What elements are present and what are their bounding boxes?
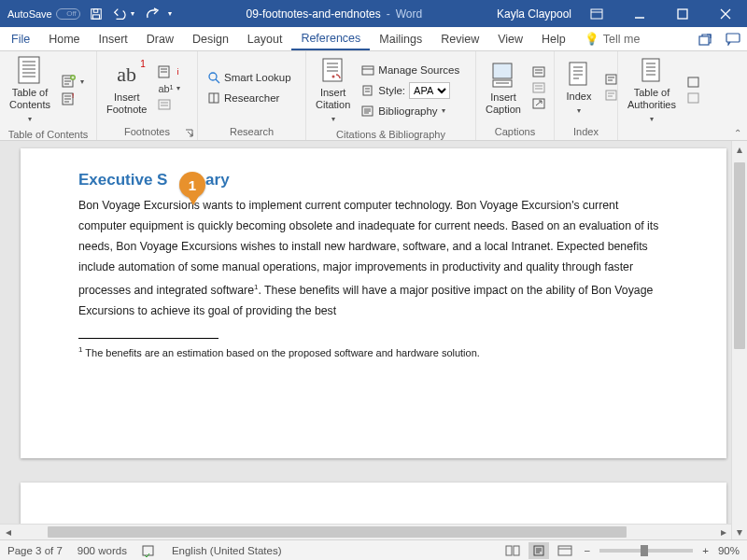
svg-rect-42 — [143, 546, 153, 555]
zoom-in-button[interactable]: + — [698, 545, 712, 556]
zoom-slider-thumb[interactable] — [641, 545, 648, 556]
table-of-authorities-button[interactable]: Table of Authorities ▾ — [624, 53, 680, 127]
update-authorities-button[interactable] — [685, 91, 702, 105]
redo-button[interactable] — [144, 7, 159, 21]
chevron-down-icon: ▾ — [331, 113, 335, 125]
status-language[interactable]: English (United States) — [172, 545, 282, 556]
svg-rect-2 — [92, 14, 99, 18]
callout-marker-1: 1 — [179, 172, 207, 207]
scroll-up-button[interactable]: ▴ — [732, 141, 747, 157]
tab-layout[interactable]: Layout — [238, 27, 292, 50]
svg-rect-31 — [493, 63, 512, 78]
svg-point-22 — [209, 73, 217, 80]
tab-mailings[interactable]: Mailings — [370, 27, 431, 50]
zoom-level[interactable]: 90% — [718, 545, 740, 556]
vertical-scrollbar[interactable]: ▴ ▾ — [731, 141, 747, 539]
status-word-count[interactable]: 900 words — [78, 545, 127, 556]
svg-rect-3 — [591, 9, 602, 19]
svg-rect-33 — [533, 67, 544, 77]
footnotes-dialog-launcher[interactable] — [184, 128, 194, 138]
svg-rect-40 — [688, 77, 698, 87]
update-table-button[interactable]: ! — [60, 91, 86, 106]
comments-button[interactable] — [719, 33, 747, 46]
tell-me[interactable]: 💡 Tell me — [575, 27, 650, 50]
tab-view[interactable]: View — [488, 27, 532, 50]
collapse-ribbon-button[interactable]: ⌃ — [734, 128, 741, 138]
researcher-button[interactable]: Researcher — [205, 91, 293, 105]
scroll-thumb-vertical[interactable] — [734, 162, 745, 349]
scroll-thumb-horizontal[interactable] — [48, 526, 627, 538]
tab-home[interactable]: Home — [39, 27, 89, 50]
undo-button[interactable]: ▾ — [112, 7, 134, 21]
ribbon: Table of Contents ▾ ▾ ! Table of Content… — [0, 51, 747, 141]
tab-file[interactable]: File — [2, 27, 39, 50]
toc-icon — [15, 55, 45, 85]
group-authorities: Table of Authorities ▾ — [618, 51, 710, 140]
maximize-button[interactable] — [661, 0, 704, 27]
sources-icon — [361, 64, 374, 76]
mark-citation-button[interactable] — [685, 76, 702, 89]
tab-insert[interactable]: Insert — [90, 27, 137, 50]
ribbon-tabs: File Home Insert Draw Design Layout Refe… — [0, 27, 747, 51]
group-label-captions: Captions — [476, 123, 554, 140]
tab-design[interactable]: Design — [183, 27, 238, 50]
group-captions: Insert Caption Captions — [476, 51, 555, 140]
add-text-button[interactable]: ▾ — [60, 74, 86, 89]
show-notes-button[interactable] — [156, 98, 182, 111]
status-bar: Page 3 of 7 900 words English (United St… — [0, 539, 747, 560]
window-title: 09-footnotes-and-endnotes - Word — [172, 7, 497, 21]
caption-icon — [488, 60, 518, 90]
user-name: Kayla Claypool — [497, 7, 571, 21]
scroll-left-button[interactable]: ◂ — [0, 525, 16, 540]
tab-references[interactable]: References — [291, 27, 370, 50]
insert-endnote-button[interactable]: i — [156, 64, 182, 79]
read-mode-button[interactable] — [502, 542, 523, 559]
style-dropdown[interactable]: APA — [409, 82, 450, 99]
autosave-toggle[interactable]: AutoSave Off — [7, 8, 80, 20]
insert-footnote-button[interactable]: ab 1 Insert Footnote — [103, 58, 150, 118]
ribbon-display-icon[interactable] — [575, 0, 618, 27]
print-layout-button[interactable] — [529, 542, 549, 559]
tab-review[interactable]: Review — [431, 27, 488, 50]
share-button[interactable] — [691, 33, 719, 46]
manage-sources-button[interactable]: Manage Sources — [359, 63, 461, 77]
group-label-toc: Table of Contents — [0, 129, 96, 140]
smart-lookup-button[interactable]: Smart Lookup — [205, 70, 293, 85]
citation-style-select[interactable]: Style: APA — [359, 81, 461, 100]
zoom-slider[interactable] — [599, 549, 693, 553]
user-area[interactable]: Kayla Claypool — [497, 7, 571, 21]
index-button[interactable]: Index ▾ — [560, 57, 598, 119]
insert-table-figures-button[interactable] — [530, 65, 547, 78]
status-page[interactable]: Page 3 of 7 — [7, 545, 63, 556]
scroll-down-button[interactable]: ▾ — [732, 524, 747, 539]
update-table-figures-button[interactable] — [530, 81, 547, 94]
next-footnote-button[interactable]: ab¹▾ — [156, 82, 182, 95]
svg-rect-39 — [642, 59, 659, 81]
cross-reference-button[interactable] — [530, 97, 547, 110]
insert-caption-button[interactable]: Insert Caption — [482, 58, 525, 118]
insert-citation-button[interactable]: Insert Citation ▾ — [312, 53, 354, 127]
save-icon[interactable] — [90, 7, 103, 21]
spellcheck-icon[interactable] — [142, 544, 157, 557]
group-citations: Insert Citation ▾ Manage Sources Style: … — [306, 51, 476, 140]
zoom-out-button[interactable]: − — [581, 545, 595, 556]
book-icon — [207, 91, 220, 105]
lightbulb-icon: 💡 — [585, 32, 599, 46]
close-button[interactable] — [704, 0, 747, 27]
svg-rect-28 — [362, 66, 374, 75]
scroll-right-button[interactable]: ▸ — [715, 525, 731, 540]
horizontal-scrollbar[interactable]: ◂ ▸ — [0, 524, 731, 539]
bibliography-button[interactable]: Bibliography▾ — [359, 105, 461, 118]
table-of-contents-button[interactable]: Table of Contents ▾ — [6, 53, 54, 127]
group-label-authorities — [618, 129, 710, 140]
svg-rect-46 — [558, 546, 571, 555]
authorities-icon — [637, 55, 667, 85]
tab-help[interactable]: Help — [532, 27, 575, 50]
document-page[interactable]: Executive Summary Bon Voyage Excursions … — [21, 148, 726, 458]
web-layout-button[interactable] — [555, 542, 575, 559]
bibliography-icon — [361, 105, 374, 117]
minimize-button[interactable] — [618, 0, 661, 27]
style-icon — [361, 85, 374, 96]
svg-rect-1 — [93, 8, 97, 12]
tab-draw[interactable]: Draw — [137, 27, 183, 50]
